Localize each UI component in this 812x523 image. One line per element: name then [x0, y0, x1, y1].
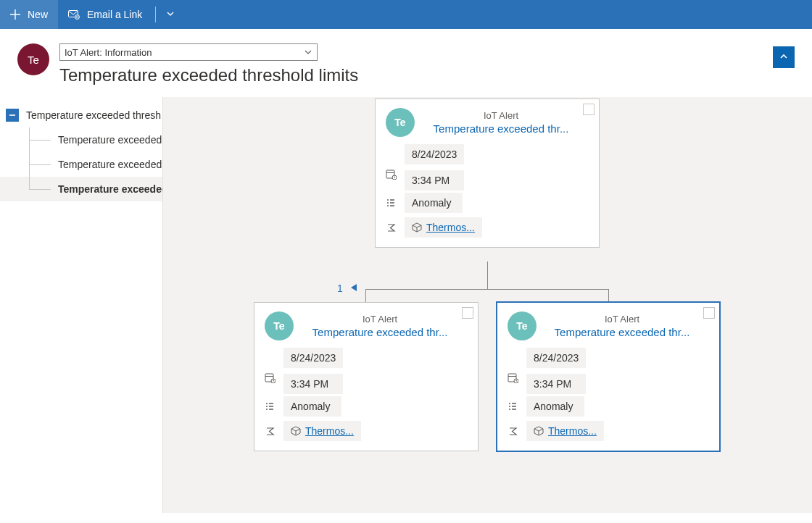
hierarchy-canvas[interactable]: 1 Te IoT Alert Temperature exceeded thr.…	[163, 97, 812, 513]
card-select-checkbox[interactable]	[583, 104, 594, 115]
card-time-value: 3:34 PM	[283, 374, 343, 394]
card-title-link[interactable]: Temperature exceeded thr...	[545, 326, 699, 338]
card-asset-link[interactable]: Thermos...	[405, 217, 482, 238]
card-date-value: 8/24/2023	[283, 348, 343, 368]
card-entity-type: IoT Alert	[423, 110, 579, 121]
collapse-header-button[interactable]	[773, 46, 795, 68]
card-title-link[interactable]: Temperature exceeded thr...	[302, 326, 457, 338]
card-time-value: 3:34 PM	[526, 374, 586, 394]
chevron-down-icon	[166, 9, 175, 20]
sigma-icon	[263, 427, 276, 436]
form-selector-value: IoT Alert: Information	[65, 47, 152, 58]
plus-icon	[10, 9, 20, 20]
email-link-icon	[68, 9, 80, 20]
card-select-checkbox[interactable]	[462, 307, 473, 319]
triangle-left-icon	[350, 283, 357, 292]
pager-count: 1	[337, 283, 343, 294]
hierarchy-card[interactable]: Te IoT Alert Temperature exceeded thr...…	[375, 99, 600, 248]
connector-line	[608, 289, 609, 302]
calendar-icon	[506, 372, 519, 383]
record-avatar-initials: Te	[28, 54, 39, 66]
sigma-icon	[384, 223, 397, 233]
tree-child-node[interactable]: Temperature exceeded	[0, 127, 162, 152]
page-title: Temperature exceeded threshold limits	[59, 65, 763, 85]
list-icon	[263, 401, 276, 411]
cube-icon	[412, 222, 422, 233]
email-link-button-label: Email a Link	[87, 9, 142, 20]
card-date-value: 8/24/2023	[526, 348, 586, 368]
card-avatar: Te	[386, 108, 415, 137]
tree-child-node[interactable]: Temperature exceeded	[0, 177, 162, 201]
collapse-icon[interactable]	[6, 109, 19, 122]
cube-icon	[534, 426, 544, 436]
child-pager: 1	[337, 283, 357, 294]
command-bar: New Email a Link	[0, 0, 812, 29]
card-category-value: Anomaly	[405, 193, 463, 213]
card-asset-link[interactable]: Thermos...	[283, 421, 361, 441]
calendar-icon	[263, 372, 276, 383]
tree-child-node[interactable]: Temperature exceeded	[0, 152, 162, 177]
calendar-icon	[384, 169, 397, 180]
record-header: Te IoT Alert: Information Temperature ex…	[0, 29, 812, 97]
hierarchy-tree: Temperature exceeded thresh Temperature …	[0, 97, 163, 513]
card-category-value: Anomaly	[283, 396, 341, 417]
pager-prev-button[interactable]	[350, 283, 357, 294]
hierarchy-card[interactable]: Te IoT Alert Temperature exceeded thr...…	[496, 301, 721, 452]
sigma-icon	[506, 427, 519, 436]
card-select-checkbox[interactable]	[703, 307, 715, 319]
email-link-button[interactable]: Email a Link	[58, 0, 152, 29]
tree-child-label: Temperature exceeded	[58, 134, 162, 146]
new-button-label: New	[28, 9, 48, 20]
svg-point-1	[75, 15, 80, 20]
form-selector[interactable]: IoT Alert: Information	[59, 43, 318, 61]
card-avatar: Te	[508, 311, 536, 340]
card-avatar: Te	[265, 311, 294, 340]
list-icon	[506, 401, 519, 411]
cube-icon	[291, 426, 301, 436]
tree-child-label: Temperature exceeded	[58, 159, 162, 170]
chevron-down-icon	[304, 48, 312, 57]
connector-line	[365, 289, 609, 290]
command-separator	[155, 7, 156, 22]
connector-line	[487, 262, 488, 289]
more-commands-button[interactable]	[159, 0, 182, 29]
tree-root-node[interactable]: Temperature exceeded thresh	[0, 103, 162, 127]
hierarchy-card[interactable]: Te IoT Alert Temperature exceeded thr...…	[254, 302, 478, 451]
new-button[interactable]: New	[0, 0, 58, 29]
tree-root-label: Temperature exceeded thresh	[26, 109, 161, 121]
card-asset-link[interactable]: Thermos...	[526, 421, 604, 441]
card-entity-type: IoT Alert	[545, 314, 699, 325]
card-title-link[interactable]: Temperature exceeded thr...	[423, 122, 579, 135]
chevron-up-icon	[779, 51, 789, 64]
record-avatar: Te	[17, 43, 49, 75]
card-date-value: 8/24/2023	[405, 144, 464, 164]
card-category-value: Anomaly	[526, 396, 584, 417]
connector-line	[365, 289, 366, 302]
list-icon	[384, 198, 397, 208]
card-entity-type: IoT Alert	[302, 314, 457, 325]
tree-child-label: Temperature exceeded	[58, 183, 162, 195]
card-time-value: 3:34 PM	[405, 170, 464, 191]
